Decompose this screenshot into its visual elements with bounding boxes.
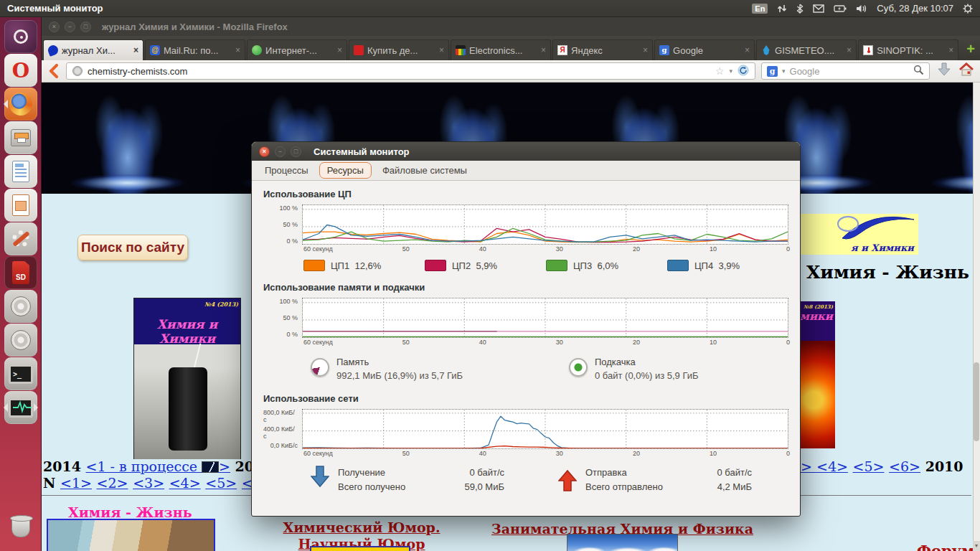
- tab-close-icon[interactable]: ×: [133, 45, 138, 55]
- archive-link[interactable]: <3>: [133, 475, 164, 491]
- home-button[interactable]: [958, 62, 974, 80]
- url-bar[interactable]: chemistry-chemists.com ☆ ▾: [66, 62, 755, 80]
- section-link-forum[interactable]: Форум: [917, 542, 974, 551]
- tab-electronics[interactable]: Electronics... ×: [451, 39, 551, 60]
- tab-internet[interactable]: Интернет-... ×: [247, 39, 347, 60]
- archive-link[interactable]: <5>: [853, 458, 885, 474]
- tab-close-icon[interactable]: ×: [337, 45, 342, 55]
- new-tab-button[interactable]: +: [961, 40, 980, 59]
- tab-filesystems[interactable]: Файловые системы: [374, 161, 476, 179]
- page-scrollbar[interactable]: ▾: [973, 83, 980, 551]
- journal-favicon: [47, 44, 60, 57]
- send-label: Отправка: [585, 466, 627, 481]
- tab-gismeteo[interactable]: GISMETEO.... ×: [756, 39, 857, 60]
- tab-mailru[interactable]: @ Mail.Ru: по... ×: [145, 39, 245, 60]
- tab-close-icon[interactable]: ×: [847, 45, 852, 55]
- archive-link[interactable]: <6>: [889, 458, 920, 474]
- archive-link[interactable]: <1>: [60, 475, 92, 491]
- archive-link[interactable]: <5>: [205, 475, 237, 491]
- archive-link[interactable]: >: [801, 458, 816, 474]
- tab-journal[interactable]: журнал Хи... ×: [43, 39, 143, 60]
- downloads-button[interactable]: [936, 62, 953, 80]
- mini-thumbnail-image[interactable]: [202, 461, 219, 473]
- tab-sinoptik[interactable]: SINOPTIK: ... ×: [858, 39, 958, 60]
- launcher-item-dash[interactable]: [4, 20, 37, 53]
- sky-photo[interactable]: [567, 534, 678, 551]
- humor-thumbnail[interactable]: [310, 546, 410, 551]
- tab-close-icon[interactable]: ×: [948, 45, 953, 55]
- tab-google[interactable]: g Google ×: [654, 39, 755, 60]
- mail-icon[interactable]: [813, 4, 824, 13]
- impress-document-icon: [12, 194, 29, 216]
- window-minimize-button[interactable]: −: [275, 146, 286, 157]
- mailru-favicon: @: [150, 45, 160, 55]
- url-text[interactable]: chemistry-chemists.com: [88, 66, 710, 77]
- tab-close-icon[interactable]: ×: [235, 45, 240, 55]
- tab-close-icon[interactable]: ×: [745, 45, 750, 55]
- firefox-window-title: журнал Химия и Химики - Mozilla Firefox: [102, 22, 288, 32]
- search-engine-google-icon[interactable]: g: [767, 66, 778, 77]
- window-close-button[interactable]: ×: [49, 22, 60, 32]
- tab-yandex[interactable]: Я Яндекс ×: [552, 39, 653, 60]
- window-close-button[interactable]: ×: [259, 146, 270, 157]
- tab-close-icon[interactable]: ×: [643, 45, 648, 55]
- archive-link[interactable]: <1 - в процессе: [86, 458, 202, 474]
- search-bar[interactable]: g ▾ Google: [761, 62, 930, 80]
- journal-issue: №4 (2013): [204, 301, 238, 308]
- archive-link[interactable]: <2>: [97, 475, 128, 491]
- cpu2-color-swatch: [425, 260, 446, 271]
- site-search-button[interactable]: Поиск по сайту: [77, 235, 188, 260]
- cpu-legend: ЦП1 12,6% ЦП2 5,9% ЦП3 6,0% ЦП4 3,9%: [303, 260, 788, 271]
- monitor-titlebar[interactable]: × − □ Системный монитор: [252, 142, 800, 161]
- archive-link[interactable]: <6>: [242, 475, 251, 491]
- tab-close-icon[interactable]: ×: [541, 45, 546, 55]
- launcher-item-terminal[interactable]: >_: [4, 357, 37, 390]
- firefox-titlebar[interactable]: × − □ журнал Химия и Химики - Mozilla Fi…: [42, 17, 980, 36]
- lab-photo[interactable]: [47, 519, 215, 551]
- back-button[interactable]: [47, 64, 60, 78]
- search-engine-caret-icon[interactable]: ▾: [782, 67, 786, 75]
- tab-resources[interactable]: Ресурсы: [319, 162, 372, 179]
- dropdown-caret-icon[interactable]: ▾: [729, 67, 732, 75]
- tab-shop[interactable]: Купить де... ×: [349, 39, 449, 60]
- bluetooth-icon[interactable]: [796, 4, 804, 14]
- section-headline: : Химия - Жизнь: [793, 262, 969, 283]
- launcher-item-sd-card[interactable]: SD: [4, 256, 37, 289]
- launcher-item-impress[interactable]: [4, 189, 37, 222]
- tab-processes[interactable]: Процессы: [256, 161, 317, 179]
- search-placeholder[interactable]: Google: [790, 66, 909, 77]
- launcher-item-system-monitor[interactable]: [4, 391, 37, 424]
- magnifier-icon[interactable]: [913, 65, 924, 77]
- battery-icon[interactable]: [834, 5, 847, 12]
- window-minimize-button[interactable]: −: [65, 22, 75, 32]
- volume-icon[interactable]: [856, 4, 867, 13]
- archive-link[interactable]: <4>: [169, 475, 201, 491]
- clock[interactable]: Суб, 28 Дек 10:07: [877, 3, 953, 14]
- window-maximize-button[interactable]: □: [291, 146, 301, 157]
- launcher-item-trash[interactable]: [4, 511, 37, 544]
- power-gear-icon[interactable]: [963, 4, 973, 14]
- n-label: N: [43, 475, 55, 491]
- shopping-bag-favicon: [456, 45, 466, 55]
- section-link-chemistry-life[interactable]: Химия - Жизнь: [68, 504, 192, 520]
- scrollbar-thumb[interactable]: [974, 362, 979, 441]
- launcher-item-writer[interactable]: [4, 155, 37, 188]
- launcher-item-disk-1[interactable]: [4, 290, 37, 323]
- archive-link[interactable]: <4>: [816, 458, 848, 474]
- window-maximize-button[interactable]: □: [80, 22, 91, 32]
- archive-link[interactable]: >: [219, 458, 230, 474]
- launcher-item-files[interactable]: [4, 121, 37, 154]
- tab-close-icon[interactable]: ×: [439, 45, 444, 55]
- site-logo-box: я и Химики: [792, 214, 918, 255]
- launcher-item-disk-2[interactable]: [4, 324, 37, 357]
- bookmark-star-icon[interactable]: ☆: [715, 65, 725, 77]
- scrollbar-down-arrow[interactable]: ▾: [973, 541, 980, 551]
- launcher-item-settings[interactable]: [4, 222, 37, 255]
- keyboard-layout-indicator[interactable]: En: [752, 4, 768, 14]
- launcher-item-firefox[interactable]: [4, 88, 37, 121]
- journal-cover-left[interactable]: №4 (2013) Химия и Химики: [133, 298, 241, 459]
- network-updown-icon[interactable]: [777, 4, 787, 14]
- reload-icon[interactable]: [738, 65, 749, 78]
- launcher-item-opera[interactable]: O: [4, 54, 37, 87]
- section-link-chemical-humor[interactable]: Химический Юмор.: [278, 519, 445, 535]
